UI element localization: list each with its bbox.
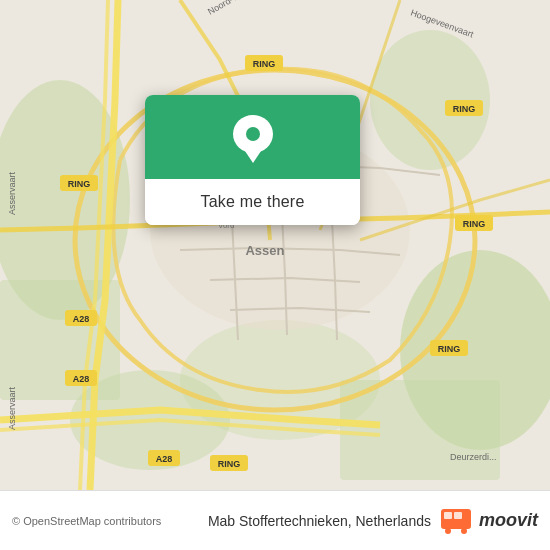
bottom-bar: © OpenStreetMap contributors Mab Stoffer…: [0, 490, 550, 550]
map-container: RING RING RING RING RING RING A28 A28 A2…: [0, 0, 550, 490]
svg-text:RING: RING: [453, 104, 476, 114]
svg-text:RING: RING: [463, 219, 486, 229]
svg-text:Deurzerdi...: Deurzerdi...: [450, 452, 497, 462]
svg-rect-7: [340, 380, 500, 480]
svg-text:RING: RING: [253, 59, 276, 69]
moovit-logo: moovit: [439, 507, 538, 535]
svg-text:A28: A28: [73, 314, 90, 324]
svg-rect-37: [454, 512, 462, 519]
svg-point-38: [445, 528, 451, 534]
svg-text:RING: RING: [218, 459, 241, 469]
svg-text:A28: A28: [156, 454, 173, 464]
svg-text:Assen: Assen: [245, 243, 284, 258]
location-pin-icon: [233, 115, 273, 163]
popup-card: Take me there: [145, 95, 360, 225]
svg-text:Asservaart: Asservaart: [7, 171, 17, 215]
popup-green-top: [145, 95, 360, 179]
svg-text:RING: RING: [68, 179, 91, 189]
svg-text:Asservaart: Asservaart: [7, 386, 17, 430]
moovit-bus-icon: [439, 507, 475, 535]
take-me-there-button[interactable]: Take me there: [145, 179, 360, 225]
map-attribution: © OpenStreetMap contributors: [12, 515, 200, 527]
svg-text:A28: A28: [73, 374, 90, 384]
svg-text:RING: RING: [438, 344, 461, 354]
moovit-text: moovit: [479, 510, 538, 531]
location-name: Mab Stoffertechnieken, Netherlands: [208, 513, 431, 529]
svg-rect-36: [444, 512, 452, 519]
svg-point-39: [461, 528, 467, 534]
